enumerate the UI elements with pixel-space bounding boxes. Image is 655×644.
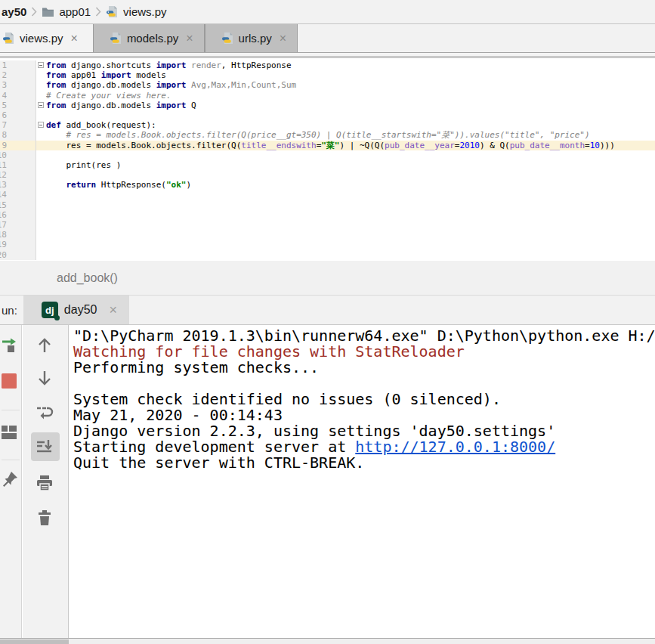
run-config-tab-day50[interactable]: dj day50 × bbox=[23, 296, 129, 324]
folder-icon bbox=[42, 6, 54, 17]
code-line-text: from django.db.models import Avg,Max,Min… bbox=[46, 80, 655, 90]
code-editor[interactable]: 1from django.shortcuts import render, Ht… bbox=[0, 58, 655, 261]
tab-urls-py[interactable]: urls.py × bbox=[205, 24, 298, 52]
line-number[interactable]: 18 bbox=[0, 230, 36, 240]
editor-line[interactable]: 2from app01 import models bbox=[0, 70, 655, 80]
fold-gutter bbox=[36, 110, 46, 120]
code-line-text bbox=[46, 150, 655, 160]
editor-line[interactable]: 15 bbox=[0, 200, 655, 210]
tab-models-py[interactable]: models.py × bbox=[93, 24, 205, 52]
toolbar-separator bbox=[2, 410, 20, 410]
editor-line[interactable]: 3from django.db.models import Avg,Max,Mi… bbox=[0, 80, 655, 90]
line-number[interactable]: 2 bbox=[0, 70, 36, 80]
close-icon[interactable]: × bbox=[109, 303, 117, 317]
line-number[interactable]: 12 bbox=[0, 170, 36, 180]
editor-lines: 1from django.shortcuts import render, Ht… bbox=[0, 60, 655, 260]
run-toolbar bbox=[0, 325, 22, 639]
fold-gutter bbox=[36, 101, 46, 110]
fold-gutter bbox=[36, 80, 46, 90]
line-number[interactable]: 7 bbox=[0, 120, 36, 130]
line-number[interactable]: 11 bbox=[0, 160, 36, 170]
editor-line[interactable]: 1from django.shortcuts import render, Ht… bbox=[0, 60, 655, 70]
django-icon: dj bbox=[42, 302, 58, 318]
up-stack-trace-icon[interactable] bbox=[36, 336, 54, 355]
console-line: Django version 2.2.3, using settings 'da… bbox=[73, 423, 655, 439]
fold-icon[interactable] bbox=[38, 122, 44, 128]
line-number[interactable]: 19 bbox=[0, 240, 36, 249]
clear-all-icon[interactable] bbox=[36, 509, 54, 527]
rerun-icon[interactable] bbox=[1, 336, 19, 355]
editor-line[interactable]: 19 bbox=[0, 240, 655, 249]
close-icon[interactable]: × bbox=[71, 33, 78, 45]
line-number[interactable]: 4 bbox=[0, 91, 36, 101]
line-number[interactable]: 14 bbox=[0, 190, 36, 200]
editor-line[interactable]: 7def add_book(request): bbox=[0, 120, 655, 130]
line-number[interactable]: 15 bbox=[0, 200, 36, 210]
fold-gutter bbox=[36, 91, 46, 101]
fold-icon[interactable] bbox=[38, 62, 44, 68]
python-file-icon bbox=[110, 32, 122, 45]
close-icon[interactable]: × bbox=[186, 33, 193, 45]
bottom-scrollbar bbox=[0, 638, 655, 644]
line-number[interactable]: 5 bbox=[0, 101, 36, 110]
editor-splitter[interactable] bbox=[0, 53, 655, 58]
line-number[interactable]: 10 bbox=[0, 150, 36, 160]
scrollbar-thumb[interactable] bbox=[0, 639, 69, 644]
tab-views-py[interactable]: views.py × bbox=[0, 24, 93, 52]
scroll-to-end-icon[interactable] bbox=[36, 438, 54, 456]
editor-line[interactable]: 17 bbox=[0, 220, 655, 230]
line-number[interactable]: 8 bbox=[0, 130, 36, 140]
line-number[interactable]: 13 bbox=[0, 180, 36, 190]
editor-line[interactable]: 10 bbox=[0, 150, 655, 160]
fold-gutter bbox=[36, 210, 46, 220]
code-line-text bbox=[46, 240, 655, 249]
run-console-panel: "D:\PyCharm 2019.1.3\bin\runnerw64.exe" … bbox=[0, 325, 655, 639]
print-icon[interactable] bbox=[36, 474, 54, 492]
stop-icon[interactable] bbox=[1, 372, 19, 390]
editor-line[interactable]: 11 print(res ) bbox=[0, 160, 655, 170]
fold-gutter bbox=[36, 220, 46, 230]
console-line: System check identified no issues (0 sil… bbox=[73, 392, 655, 407]
breadcrumb-item-file[interactable]: views.py bbox=[123, 5, 167, 18]
editor-line[interactable]: 8 # res = models.Book.objects.filter(Q(p… bbox=[0, 130, 655, 140]
line-number[interactable]: 16 bbox=[0, 210, 36, 220]
pin-tab-icon[interactable] bbox=[1, 470, 19, 488]
down-stack-trace-icon[interactable] bbox=[36, 369, 54, 387]
close-icon[interactable]: × bbox=[280, 33, 286, 45]
line-number[interactable]: 6 bbox=[0, 110, 36, 120]
editor-line[interactable]: 4# Create your views here. bbox=[0, 91, 655, 101]
python-file-icon bbox=[2, 32, 15, 45]
editor-line[interactable]: 20 bbox=[0, 250, 655, 260]
editor-line[interactable]: 13 return HttpResponse("ok") bbox=[0, 180, 655, 190]
editor-line[interactable]: 6 bbox=[0, 110, 655, 120]
fold-gutter bbox=[36, 130, 46, 140]
code-line-text bbox=[46, 190, 655, 200]
console-line: Quit the server with CTRL-BREAK. bbox=[73, 455, 655, 471]
code-line-text bbox=[46, 110, 655, 120]
soft-wrap-icon[interactable] bbox=[36, 403, 54, 421]
fold-icon[interactable] bbox=[38, 102, 44, 108]
code-line-text bbox=[46, 250, 655, 260]
console-link[interactable]: http://127.0.0.1:8000/ bbox=[355, 438, 555, 456]
line-number[interactable]: 3 bbox=[0, 80, 36, 90]
editor-line[interactable]: 16 bbox=[0, 210, 655, 220]
line-number[interactable]: 9 bbox=[0, 141, 36, 150]
editor-line[interactable]: 5from django.db.models import Q bbox=[0, 101, 655, 110]
code-line-text: from django.shortcuts import render, Htt… bbox=[46, 60, 655, 70]
code-line-text: res = models.Book.objects.filter(Q(title… bbox=[46, 141, 655, 150]
restore-layout-icon[interactable] bbox=[1, 423, 19, 441]
editor-line[interactable]: 14 bbox=[0, 190, 655, 200]
breadcrumb-item-project[interactable]: ay50 bbox=[2, 5, 26, 18]
breadcrumb-item-package[interactable]: app01 bbox=[59, 5, 91, 18]
console-output[interactable]: "D:\PyCharm 2019.1.3\bin\runnerw64.exe" … bbox=[70, 325, 655, 639]
console-line: "D:\PyCharm 2019.1.3\bin\runnerw64.exe" … bbox=[73, 328, 655, 344]
python-file-icon bbox=[221, 32, 234, 45]
code-line-text: print(res ) bbox=[46, 160, 655, 170]
tab-label: views.py bbox=[20, 32, 63, 45]
editor-line[interactable]: 18 bbox=[0, 230, 655, 240]
editor-line[interactable]: 9 res = models.Book.objects.filter(Q(tit… bbox=[0, 141, 655, 150]
line-number[interactable]: 1 bbox=[0, 60, 36, 70]
line-number[interactable]: 20 bbox=[0, 250, 36, 260]
line-number[interactable]: 17 bbox=[0, 220, 36, 230]
editor-line[interactable]: 12 bbox=[0, 170, 655, 180]
